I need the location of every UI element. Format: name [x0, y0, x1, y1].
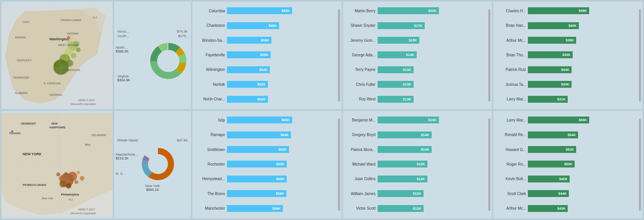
bar-fill: $52K [227, 96, 268, 103]
donut-label-maryl: MaryL... [117, 30, 130, 33]
bar-row-item: Arthur Mc...$38K [496, 37, 641, 44]
bar-fill: $66K [528, 117, 589, 123]
bar-fill: $52K [227, 81, 268, 88]
scroll-bar-green-2[interactable] [639, 118, 641, 211]
green-bar-panel-1: Charles H...$48KBrian Han...$40KArthur M… [493, 2, 642, 109]
bar-label: Ramapo [196, 133, 227, 137]
donut-newyork-label: New York$885.1K [116, 184, 189, 192]
svg-point-6 [76, 48, 80, 52]
bar-fill: $82K [227, 7, 292, 14]
bar-label: Shawn Snyder [346, 23, 378, 28]
bar-container: $52K [227, 96, 340, 103]
svg-point-36 [158, 50, 179, 72]
donut-north-label: North ...$388.0K [116, 46, 146, 53]
bar-fill: $56K [227, 37, 271, 44]
bar-row-item: Charles H...$48K [496, 7, 641, 14]
bar-row-item: Victor Scott$12K [346, 205, 491, 212]
bar-row-item: Juan Collins$13K [346, 176, 491, 182]
bar-row-item: Charleston$66K [196, 22, 340, 29]
bar-fill: $13K [378, 161, 427, 167]
bar-fill: $43K [528, 205, 568, 212]
donut-svg-wrap-2 [139, 145, 177, 183]
bar-container: $52K [227, 81, 340, 88]
bar-container: $14K [378, 51, 491, 58]
bar-row-item: Scott Clark$44K [496, 190, 641, 197]
svg-text:VERMONT: VERMONT [21, 122, 36, 125]
svg-text:VIRGINIA: VIRGINIA [67, 32, 79, 35]
bar-fill: $66K [227, 22, 279, 29]
bar-row-item: Gregory Boyd$14K [346, 131, 491, 138]
bar-row-item: Rochester$60K [196, 161, 340, 167]
bar-container: $54K [227, 66, 340, 73]
green-bars-container-1: Charles H...$48KBrian Han...$40KArthur M… [496, 4, 641, 107]
scroll-bar-green-1[interactable] [639, 9, 641, 102]
bar-container: $13K [378, 81, 491, 88]
bar-label: Roy West [346, 97, 378, 101]
svg-text:HERE © 2017: HERE © 2017 [78, 208, 95, 211]
bar-value: $38K [565, 38, 575, 42]
bar-container: $60K [227, 176, 340, 182]
bar-container: $45K [528, 176, 641, 182]
bar-row-item: Joshua Ta...$34K [496, 81, 641, 88]
svg-text:Bos: Bos [85, 143, 90, 146]
bar-fill: $59K [227, 190, 286, 197]
bar-value: $65K [280, 118, 291, 122]
bar-row-item: Ramapo$64K [196, 131, 340, 138]
bar-container: $31K [528, 96, 641, 103]
bar-container: $52K [528, 146, 641, 153]
bar-value: $34K [560, 68, 571, 72]
bar-value: $60K [275, 162, 286, 166]
bar-fill: $40K [528, 22, 579, 29]
blue-bars-container-2: Islip$65KRamapo$64KSmithtown$62KRocheste… [196, 113, 340, 216]
bar-row-item: George Ada...$14K [346, 51, 491, 58]
bar-value: $34K [560, 82, 571, 86]
bar-value: $13K [402, 68, 412, 72]
bar-fill: $48K [528, 7, 589, 14]
donut-label-row: MaryL... $74.3K [116, 29, 189, 34]
donut-rhode-label: Rhode Island $47.8K [117, 138, 188, 142]
bar-container: $22K [378, 7, 491, 14]
scroll-bar-teal-1[interactable] [488, 9, 490, 102]
svg-point-58 [64, 172, 67, 175]
bar-row-item: Roger Ro...$50K [496, 161, 641, 167]
bar-value: $54K [258, 68, 269, 72]
bar-container: $62K [227, 146, 340, 153]
bar-container: $17K [378, 22, 491, 29]
bar-row-item: Kevin Butl...$45K [496, 176, 641, 182]
donut-value-south: $170.. [178, 34, 188, 38]
bar-value: $52K [565, 148, 575, 151]
scroll-bar-1[interactable] [338, 9, 340, 102]
donut-value-maryl: $74.3K [177, 30, 188, 33]
bar-label: Juan Collins [346, 177, 378, 181]
bar-row-item: Brian Han...$40K [496, 22, 641, 29]
teal-bar-panel-1: Martin Berry$22KShawn Snyder$17KJeremy G… [343, 2, 492, 109]
bar-label: Wilmington [196, 67, 227, 72]
bar-container: $50K [528, 161, 641, 167]
donut-panel-2: Rhode Island $47.8K Massachuse...$153.2K… [114, 111, 191, 218]
bar-row-item: Arthur Mc...$43K [496, 205, 641, 212]
bar-container: $44K [528, 190, 641, 197]
map-panel-1: OHIO INDIANA KENTUCKY TENNESSEE ALABAMA … [2, 2, 113, 109]
bar-container: $13K [378, 161, 491, 167]
bar-container: $55K [227, 51, 340, 58]
bar-label: Smithtown [196, 148, 227, 152]
bar-value: $54K [567, 133, 577, 137]
bar-label: Martin Berry [346, 9, 378, 13]
bar-label: Hempstead... [196, 177, 227, 181]
bar-value: $14K [420, 133, 430, 137]
teal-bars-container-1: Martin Berry$22KShawn Snyder$17KJeremy G… [346, 4, 491, 107]
svg-point-69 [148, 154, 168, 174]
bar-label: William James [346, 192, 378, 196]
bar-value: $82K [280, 9, 291, 13]
bar-fill: $52K [528, 146, 576, 153]
scroll-bar-blue-2[interactable] [338, 118, 340, 211]
bar-value: $13K [416, 177, 426, 181]
map-svg-2: VERMONT NEW HAMPSHIRE NEW YORK PENNSYLVA… [2, 113, 113, 217]
bar-label: Howard G... [496, 148, 528, 152]
bar-fill: $55K [227, 51, 271, 58]
bar-container: $13K [378, 96, 491, 103]
teal-bar-panel-2: Benjamin M...$16KGregory Boyd$14KPatrick… [343, 111, 492, 218]
scroll-bar-teal-2[interactable] [488, 118, 490, 211]
bar-container: $16K [378, 117, 491, 123]
map-svg-1: OHIO INDIANA KENTUCKY TENNESSEE ALABAMA … [2, 4, 113, 107]
